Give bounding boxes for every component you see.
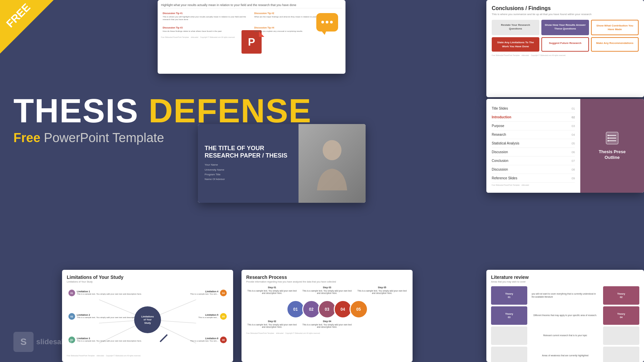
university-name: University Name (205, 168, 292, 172)
res-step-2-text: This is a sample text. You simply add yo… (246, 323, 298, 328)
title-line2: DEFENSE (149, 92, 312, 129)
toc-label-5: Statistical Analysis (492, 141, 519, 145)
discussion-slide-preview[interactable]: P Highlight what your results actually m… (158, 0, 345, 74)
lit-empty-1 (491, 326, 527, 345)
logo-letter: S (13, 332, 34, 352)
research-subtitle: Provide information regarding how you ha… (246, 281, 408, 283)
your-name: Your Name (205, 163, 292, 167)
conc-box-3: Show What Contribution You Have Made (591, 20, 639, 35)
theory-02: Theory02 (603, 286, 639, 305)
svg-point-6 (607, 140, 609, 141)
toc-num-7: 07 (572, 159, 575, 163)
lit-grid-3: Relevant current research that is to you… (491, 326, 639, 345)
toc-slide-preview[interactable]: Title Slides 01 Introduction 02 Purpose … (486, 99, 644, 193)
toc-num-3: 03 (572, 124, 575, 128)
lim-num-4: 04 (220, 290, 227, 296)
research-slide-preview[interactable]: Research Process Provide information reg… (241, 270, 413, 362)
toc-row-4: Research 04 (492, 130, 575, 139)
lit-empty-4 (603, 347, 639, 362)
lim-num-5: 05 (220, 313, 227, 320)
main-title-area: THESIS DEFENSE Free PowerPoint Template (13, 94, 312, 145)
title-slide-main-text: THE TITLE OF YOUR RESEARCH PAPER / THESI… (205, 145, 292, 159)
toc-right-title: Thesis PreseOutline (599, 149, 626, 161)
toc-num-1: 01 (572, 107, 575, 110)
lim-text-4: Limitation 4 This is a sample text. You … (190, 290, 218, 295)
toc-row-8: Discussion 08 (492, 165, 575, 174)
lit-grid-1: Theory01 you will not want to cover ever… (491, 286, 639, 305)
lit-empty-3 (491, 347, 527, 362)
toc-row-9: Reference Slides 09 (492, 174, 575, 183)
disc-tip-1-body: This is where you will highlight what yo… (163, 15, 249, 21)
toc-footer: Free Slidesalad PowerPoint Template slid… (492, 184, 575, 186)
discussion-header: Highlight what your results actually mea… (161, 3, 342, 8)
research-title: Research Process (246, 275, 408, 280)
lim-center: Limitationsof YourStudy (134, 306, 161, 333)
res-step-5: Step 05 This is a sample text. You simpl… (356, 286, 408, 294)
toc-label-9: Reference Slides (492, 176, 517, 180)
toc-num-2: 02 (572, 116, 575, 119)
res-step-5-text: This is a sample text. You simply add yo… (356, 290, 408, 294)
subtitle-free: Free (13, 131, 40, 145)
chat-dot-2 (326, 21, 328, 23)
conc-box-4: State Any Limitations To The Work You Ha… (492, 37, 539, 51)
svg-point-4 (607, 135, 609, 136)
limitations-slide-preview[interactable]: Limitations of Your Study Limitations of… (62, 270, 233, 362)
title-slide-info: Your Name University Name Program Title … (205, 163, 292, 182)
lim-num-1: 01 (68, 290, 75, 296)
lim-item-3: 03 Limitation 3 This is a sample text. Y… (68, 337, 142, 343)
lim-num-6: 06 (220, 337, 227, 343)
research-steps: Step 01 This is a sample text. You simpl… (246, 286, 408, 294)
chat-dot-1 (321, 21, 324, 23)
advisor-name: Name Of Advisor (205, 177, 292, 182)
limitations-diagram: Limitationsof YourStudy 01 Limitation 1 … (67, 286, 228, 353)
toc-label-6: Discussion (492, 150, 508, 154)
lit-empty-2 (603, 326, 639, 345)
res-step-3-text: This is a sample text. You simply add yo… (301, 290, 353, 294)
circle-05: 05 (350, 300, 368, 318)
lim-footer: Free Slidesalad PowerPoint Template slid… (67, 355, 228, 357)
program-title: Program Title (205, 172, 292, 177)
theory-03: Theory03 (491, 306, 527, 325)
res-step-5-title: Step 05 (356, 286, 408, 289)
toc-row-3: Purpose 03 (492, 122, 575, 130)
conc-box-5: Suggest Future Research (541, 37, 589, 51)
conc-box-1: Restate Your Research Questions (492, 20, 539, 35)
lim-text-1: Limitation 1 This is a sample text. You … (77, 290, 142, 295)
lit-grid-2: Theory03 Different theories that may app… (491, 306, 639, 325)
conclusions-subtitle: This is where you summarize and tie up a… (492, 13, 639, 16)
disc-tip-3-body: How do these findings relate to what oth… (163, 30, 249, 33)
toc-right: Thesis PreseOutline (580, 99, 644, 193)
toc-num-9: 09 (572, 177, 575, 180)
res-step-2-title: Step 02 (246, 320, 298, 322)
conclusions-slide-preview[interactable]: Conclusions / Findings This is where you… (486, 0, 644, 97)
subtitle: Free PowerPoint Template (13, 131, 312, 145)
conclusions-grid: Restate Your Research Questions Show How… (492, 20, 639, 35)
lit-text-4: Areas of weakness that are currently hig… (529, 347, 601, 362)
discussion-grid: Discussion Tip #1 This is where you will… (161, 10, 342, 34)
disc-tip-1-title: Discussion Tip #1 (163, 12, 249, 14)
conc-box-6: Make Any Recommendations (591, 37, 639, 51)
chat-icon (314, 10, 340, 34)
toc-label-4: Research (492, 133, 506, 136)
toc-row-1: Title Slides 01 (492, 104, 575, 113)
toc-num-5: 05 (572, 142, 575, 145)
svg-point-7 (323, 140, 341, 160)
disc-tip-3: Discussion Tip #3 How do these findings … (161, 25, 251, 34)
lit-text-1: you will not want to cover everything th… (529, 286, 601, 305)
lit-text-2: Different theories that may apply to you… (529, 306, 601, 325)
toc-label-3: Purpose (492, 124, 504, 128)
toc-label-8: Discussion (492, 168, 508, 171)
conclusions-grid-2: State Any Limitations To The Work You Ha… (492, 37, 639, 51)
lim-num-2: 02 (68, 313, 75, 320)
lim-item-6: Limitation 6 This is a sample text. You … (190, 337, 227, 343)
toc-num-8: 08 (572, 168, 575, 171)
literature-slide-preview[interactable]: Literature review Areas that you may wis… (486, 270, 644, 362)
toc-label-7: Conclusion (492, 159, 508, 163)
limitations-subtitle: Limitations of Your Study (67, 281, 228, 283)
lim-item-2: 02 Limitation 2 This is a sample text. Y… (68, 313, 142, 320)
lim-text-5: Limitation 5 This is a sample text... (198, 314, 218, 319)
lit-grid-4: Areas of weakness that are currently hig… (491, 347, 639, 362)
disc-tip-1: Discussion Tip #1 This is where you will… (161, 10, 251, 23)
lim-text-6: Limitation 6 This is a sample text. You … (190, 337, 218, 342)
res-step-2: Step 02 This is a sample text. You simpl… (246, 320, 298, 328)
